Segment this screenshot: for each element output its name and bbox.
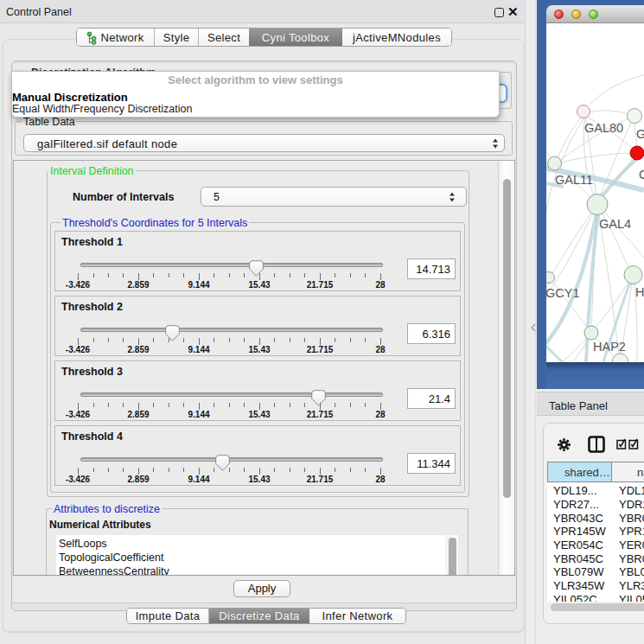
svg-text:G..: G.. <box>636 127 644 141</box>
svg-text:GCY1: GCY1 <box>546 286 580 300</box>
svg-text:GAL4: GAL4 <box>599 217 631 231</box>
svg-text:C: C <box>639 168 644 182</box>
svg-text:GAL11: GAL11 <box>555 173 593 187</box>
svg-text:H: H <box>635 285 644 299</box>
svg-text:GAL80: GAL80 <box>584 121 623 135</box>
svg-text:HAP2: HAP2 <box>593 340 626 354</box>
